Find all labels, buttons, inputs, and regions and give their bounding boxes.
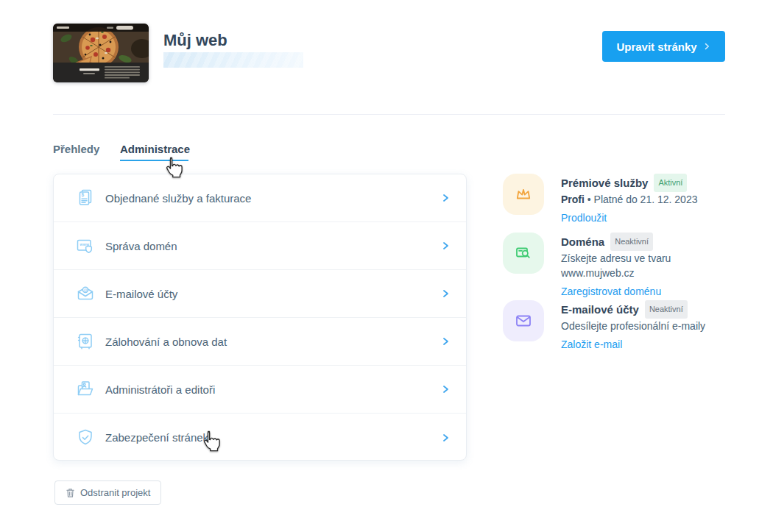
- chevron-right-icon: [440, 240, 451, 252]
- domain-shield-icon: www: [74, 235, 96, 257]
- service-description: Odesílejte profesionální e-maily: [561, 319, 705, 333]
- chevron-right-icon: [702, 42, 711, 51]
- edit-pages-button-label: Upravit stránky: [616, 40, 696, 53]
- chevron-right-icon: [440, 336, 451, 347]
- delete-project-label: Odstranit projekt: [80, 487, 150, 498]
- menu-row-label: Správa domén: [105, 240, 440, 252]
- service-title: E-mailové účty: [561, 303, 639, 316]
- service-domain: DoménaNeaktivní Získejte adresu ve tvaru…: [503, 233, 731, 299]
- menu-row-label: E-mailové účty: [105, 288, 440, 300]
- menu-row-label: Zabezpečení stránek: [105, 431, 440, 444]
- delete-project-button[interactable]: Odstranit projekt: [54, 480, 161, 505]
- service-description: Profi • Platné do 21. 12. 2023: [561, 192, 697, 207]
- chevron-right-icon: [440, 432, 451, 444]
- menu-row-sprava-domen[interactable]: www Správa domén: [54, 222, 466, 270]
- prodlouzit-link[interactable]: Prodloužit: [561, 210, 607, 225]
- project-admin-page: Můj web Upravit stránky Přehledy Adminis…: [0, 0, 773, 532]
- menu-row-emailove-ucty[interactable]: @ E-mailové účty: [54, 270, 466, 318]
- service-title: Doména: [561, 235, 604, 248]
- site-thumbnail[interactable]: [53, 24, 149, 82]
- mail-icon: [503, 300, 544, 341]
- pizza-site-preview-image: [53, 24, 149, 82]
- chevron-right-icon: [440, 288, 451, 299]
- crown-icon: [503, 174, 544, 215]
- folder-user-icon: [74, 378, 96, 400]
- svg-text:$: $: [82, 192, 85, 198]
- tab-administrace[interactable]: Administrace: [120, 143, 190, 155]
- menu-row-zalohovani[interactable]: Zálohování a obnova dat: [54, 318, 466, 366]
- edit-pages-button[interactable]: Upravit stránky: [602, 31, 725, 62]
- menu-row-administratori[interactable]: Administrátoři a editoři: [54, 366, 466, 414]
- trash-icon: [66, 488, 75, 498]
- loading-skeleton-bar: [163, 52, 303, 68]
- chevron-right-icon: [440, 192, 451, 204]
- service-description: Získejte adresu ve tvaru www.mujweb.cz: [561, 251, 727, 280]
- safe-icon: [74, 330, 96, 352]
- zaregistrovat-domenu-link[interactable]: Zaregistrovat doménu: [561, 284, 661, 299]
- menu-row-label: Objednané služby a fakturace: [105, 192, 440, 205]
- svg-text:@: @: [83, 288, 88, 292]
- invoice-icon: $: [74, 187, 96, 209]
- active-tab-underline: [120, 160, 188, 161]
- menu-row-label: Zálohování a obnova dat: [105, 336, 440, 348]
- menu-row-objednane-sluzby[interactable]: $ Objednané služby a fakturace: [54, 174, 466, 222]
- service-title: Prémiové služby: [561, 177, 648, 189]
- domain-search-icon: [503, 233, 544, 274]
- admin-menu-card: $ Objednané služby a fakturace www Správ…: [53, 174, 467, 461]
- shield-check-icon: [74, 427, 96, 449]
- status-badge: Neaktivní: [645, 300, 688, 319]
- envelope-at-icon: @: [74, 283, 96, 305]
- service-premium: Prémiové službyAktivní Profi • Platné do…: [503, 174, 731, 225]
- zalozit-email-link[interactable]: Založit e-mail: [561, 337, 622, 352]
- menu-row-label: Administrátoři a editoři: [105, 383, 440, 396]
- status-badge: Aktivní: [654, 174, 687, 192]
- page-title: Můj web: [163, 31, 227, 50]
- header-divider: [53, 114, 725, 115]
- service-email: E-mailové účtyNeaktivní Odesílejte profe…: [503, 300, 731, 352]
- tab-prehledy[interactable]: Přehledy: [53, 143, 99, 155]
- status-badge: Neaktivní: [610, 233, 653, 251]
- menu-row-zabezpeceni[interactable]: Zabezpečení stránek: [54, 414, 466, 461]
- chevron-right-icon: [440, 383, 451, 395]
